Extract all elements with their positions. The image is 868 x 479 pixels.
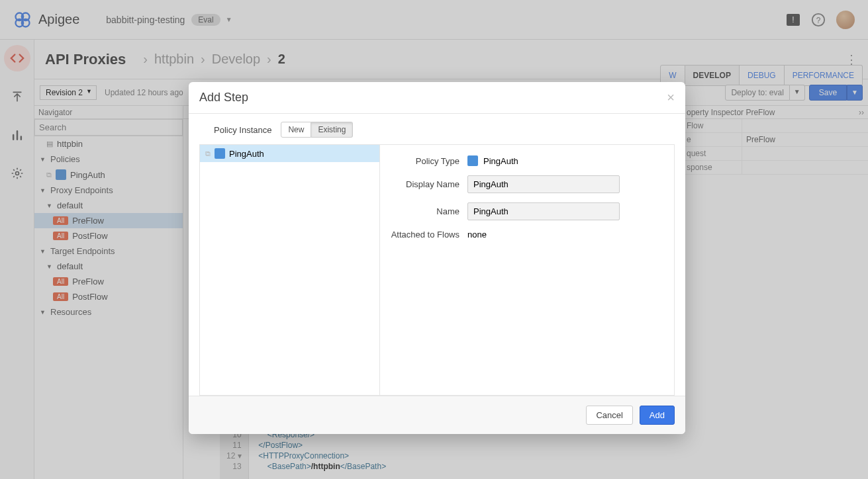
policy-list-item[interactable]: ⧉ PingAuth: [200, 145, 379, 162]
modal-title: Add Step: [199, 91, 248, 105]
policy-form: Policy Type PingAuth Display Name Name A…: [380, 145, 674, 395]
cancel-button[interactable]: Cancel: [586, 406, 632, 425]
policy-type-value: PingAuth: [483, 156, 518, 166]
modal-footer: Cancel Add: [189, 396, 685, 434]
display-name-input[interactable]: [467, 175, 620, 193]
display-name-label: Display Name: [388, 179, 467, 189]
policy-instance-row: Policy Instance New Existing: [189, 114, 685, 144]
add-button[interactable]: Add: [640, 406, 675, 425]
policy-icon: [215, 148, 225, 159]
policy-instance-label: Policy Instance: [214, 125, 271, 135]
policy-icon: [467, 155, 478, 166]
policy-list-item-label: PingAuth: [229, 149, 264, 159]
policy-instance-toggle: New Existing: [281, 122, 353, 138]
policy-list: ⧉ PingAuth: [200, 145, 380, 395]
attached-label: Attached to Flows: [388, 230, 467, 240]
existing-button[interactable]: Existing: [311, 122, 353, 138]
policy-type-label: Policy Type: [388, 156, 467, 166]
chain-icon: ⧉: [205, 150, 211, 158]
name-input[interactable]: [467, 202, 620, 220]
name-label: Name: [388, 206, 467, 216]
attached-value: none: [467, 230, 666, 240]
new-button[interactable]: New: [281, 122, 311, 138]
close-icon[interactable]: ×: [667, 90, 675, 105]
modal-header: Add Step ×: [189, 82, 685, 114]
add-step-modal: Add Step × Policy Instance New Existing …: [189, 82, 685, 434]
